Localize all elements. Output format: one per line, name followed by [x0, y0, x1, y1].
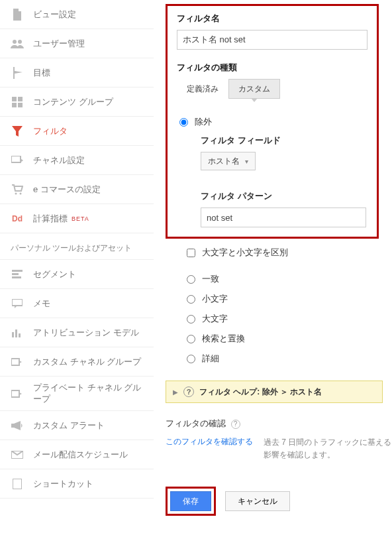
sidebar-item-ecommerce[interactable]: e コマースの設定: [0, 175, 154, 204]
case-sensitive-label: 大文字と小文字を区別: [202, 247, 288, 259]
filter-field-value: ホスト名: [208, 156, 240, 167]
svg-rect-16: [11, 359, 19, 365]
channel-group-icon: [11, 355, 24, 369]
help-icon: ?: [183, 386, 194, 397]
flag-icon: [11, 66, 24, 80]
svg-rect-5: [18, 103, 23, 107]
sidebar-item-user-management[interactable]: ユーザー管理: [0, 29, 154, 58]
bars-icon: [11, 326, 24, 339]
filter-confirm-heading: フィルタの確認 ?: [166, 418, 392, 430]
filter-pattern-input[interactable]: [201, 207, 366, 227]
radio-detail[interactable]: 詳細: [184, 353, 392, 365]
radio-uppercase[interactable]: 大文字: [184, 313, 392, 325]
sidebar-item-label: カスタム アラート: [33, 420, 105, 432]
funnel-icon: [11, 125, 24, 138]
confirm-filter-desc: 過去 7 日間のトラフィックに基える影響を確認します。: [264, 436, 392, 461]
svg-rect-14: [15, 329, 17, 337]
sidebar-item-label: ショートカット: [33, 478, 93, 490]
users-icon: [11, 37, 24, 50]
sidebar-item-label: コンテンツ グループ: [33, 96, 113, 108]
filter-type-tabs: 定義済み カスタム: [177, 79, 368, 99]
sidebar-item-label: ビュー設定: [33, 9, 76, 21]
triangle-right-icon: ▶: [173, 388, 178, 396]
radio-exclude[interactable]: 除外: [177, 116, 368, 128]
sidebar-item-label: 計算指標: [33, 213, 68, 225]
filter-name-input[interactable]: [177, 30, 368, 50]
svg-rect-11: [12, 276, 21, 278]
cancel-button[interactable]: キャンセル: [225, 491, 290, 511]
segment-icon: [11, 268, 24, 281]
sidebar: ビュー設定 ユーザー管理 目標 コンテンツ グループ フィルタ チャネル設定: [0, 0, 154, 533]
svg-rect-3: [18, 97, 23, 101]
sidebar-item-segments[interactable]: セグメント: [0, 260, 154, 289]
sidebar-item-label: e コマースの設定: [33, 184, 101, 196]
sidebar-item-email-schedule[interactable]: メール配信スケジュール: [0, 440, 154, 469]
sidebar-item-shortcuts[interactable]: ショートカット: [0, 469, 154, 499]
radio-search-replace[interactable]: 検索と置換: [184, 333, 392, 345]
svg-rect-10: [12, 273, 19, 275]
sidebar-item-annotations[interactable]: メモ: [0, 289, 154, 318]
filter-form-highlight: フィルタ名 フィルタの種類 定義済み カスタム 除外 フィルタ フィールド ホス…: [166, 4, 379, 239]
chevron-down-icon: ▾: [245, 158, 248, 165]
sidebar-item-label: 目標: [33, 67, 50, 79]
filter-pattern-label: フィルタ パターン: [201, 190, 368, 202]
shortcut-icon: [11, 477, 24, 491]
sidebar-item-label: メール配信スケジュール: [33, 449, 128, 461]
help-icon[interactable]: ?: [231, 420, 240, 429]
svg-point-8: [20, 192, 22, 194]
beta-badge: BETA: [72, 215, 89, 222]
document-icon: [11, 8, 24, 21]
filter-help-banner[interactable]: ▶ ? フィルタ ヘルプ: 除外 ＞ ホスト名: [166, 381, 383, 403]
svg-rect-17: [11, 390, 19, 397]
button-row: 保存 キャンセル: [166, 487, 392, 516]
svg-point-0: [13, 40, 17, 44]
megaphone-icon: [11, 419, 24, 432]
sidebar-item-custom-alerts[interactable]: カスタム アラート: [0, 411, 154, 440]
radio-lowercase[interactable]: 小文字: [184, 293, 392, 305]
filter-name-label: フィルタ名: [177, 13, 368, 25]
sidebar-item-view-settings[interactable]: ビュー設定: [0, 0, 154, 29]
svg-rect-12: [12, 299, 23, 306]
save-button[interactable]: 保存: [170, 491, 211, 511]
sidebar-item-label: セグメント: [33, 268, 76, 280]
case-sensitive-checkbox[interactable]: [187, 249, 195, 257]
sidebar-item-goals[interactable]: 目標: [0, 58, 154, 88]
sidebar-item-filters[interactable]: フィルタ: [0, 117, 154, 146]
speech-icon: [11, 297, 24, 310]
sidebar-item-label: フィルタ: [33, 125, 68, 137]
tab-custom[interactable]: カスタム: [228, 79, 280, 99]
svg-rect-15: [19, 333, 21, 337]
sidebar-item-label: ユーザー管理: [33, 38, 85, 50]
filter-type-label: フィルタの種類: [177, 62, 368, 74]
tab-predefined[interactable]: 定義済み: [177, 79, 228, 99]
sidebar-item-attribution[interactable]: アトリビューション モデル: [0, 318, 154, 347]
email-icon: [11, 448, 24, 461]
grid-icon: [11, 95, 24, 109]
sidebar-item-label: プライベート チャネル グループ: [33, 383, 146, 405]
filter-mode-radios: 一致 小文字 大文字 検索と置換 詳細: [166, 273, 392, 365]
svg-rect-19: [13, 479, 22, 489]
dd-icon: Dd: [11, 212, 24, 225]
svg-rect-6: [11, 156, 21, 162]
radio-match[interactable]: 一致: [184, 273, 392, 285]
svg-rect-4: [12, 103, 17, 107]
main-content: フィルタ名 フィルタの種類 定義済み カスタム 除外 フィルタ フィールド ホス…: [154, 0, 392, 533]
sidebar-item-channel-settings[interactable]: チャネル設定: [0, 146, 154, 175]
private-channel-icon: [11, 387, 24, 400]
radio-exclude-input[interactable]: [179, 118, 188, 127]
svg-rect-9: [12, 270, 23, 272]
svg-point-1: [18, 40, 22, 44]
sidebar-item-label: チャネル設定: [33, 154, 85, 166]
radio-exclude-label: 除外: [195, 116, 212, 128]
case-sensitive-row[interactable]: 大文字と小文字を区別: [166, 247, 392, 259]
cart-icon: [11, 183, 24, 196]
sidebar-item-content-groups[interactable]: コンテンツ グループ: [0, 88, 154, 117]
confirm-filter-link[interactable]: このフィルタを確認する: [166, 436, 253, 447]
sidebar-item-custom-channel[interactable]: カスタム チャネル グループ: [0, 347, 154, 377]
sidebar-item-calculated-metrics[interactable]: Dd 計算指標 BETA: [0, 204, 154, 233]
channel-icon: [11, 154, 24, 167]
sidebar-item-private-channel[interactable]: プライベート チャネル グループ: [0, 377, 154, 411]
filter-field-select[interactable]: ホスト名 ▾: [201, 152, 256, 170]
save-highlight: 保存: [166, 487, 216, 516]
svg-rect-2: [12, 97, 17, 101]
